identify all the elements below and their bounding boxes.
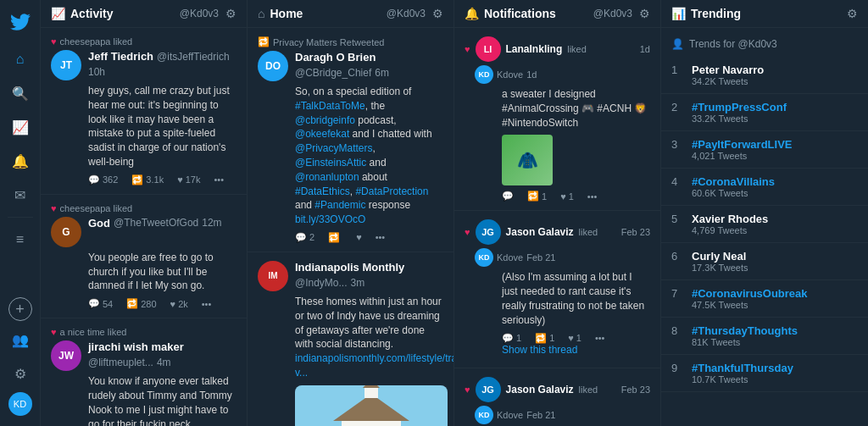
url-link-2[interactable]: indianapolismonthly.com/lifestyle/tra v.… [295,352,453,379]
notifications-column-settings-icon[interactable]: ⚙ [639,7,650,20]
notif-like-2[interactable]: ♥ 1 [568,333,581,343]
url-link-1[interactable]: bit.ly/33OVOcO [295,213,365,225]
tweet-avatar-2: G [51,217,81,247]
mention-link-5[interactable]: @ronanlupton [295,171,359,183]
mention-link-3[interactable]: @PrivacyMatters [295,142,373,154]
hashtag-link-3[interactable]: #DataProtection [355,185,428,197]
notif-like-1[interactable]: ♥ 1 [560,191,574,202]
notif-reply-2[interactable]: 💬 1 [502,333,521,344]
notif-secondary-row-3: KD Kdove Feb 21 [465,406,650,424]
like-action-2[interactable]: ♥ 2k [170,299,188,309]
more-action-2[interactable]: ••• [202,299,212,309]
sidebar-item-activity[interactable]: 📈 [5,112,36,142]
trending-column-settings-icon[interactable]: ⚙ [847,7,858,20]
tweet-actions-2: 💬 54 🔁 280 ♥ 2k ••• [88,298,236,309]
home-tweet-2[interactable]: IM Indianapolis Monthly @IndyMo... 3m Th… [248,252,453,426]
notif-reply-1[interactable]: 💬 [502,191,514,202]
activity-header-icon: 📈 [51,7,65,20]
activity-tweet-1[interactable]: ♥ cheesepapa liked JT Jeff Tiedrich @its… [41,28,247,195]
notif-avatar-1: LI [476,36,501,62]
notif-image-1: 🧥 [502,135,553,185]
home-tweet-content-2: These homes within just an hour or two o… [295,295,443,380]
notif-more-2[interactable]: ••• [595,333,605,343]
activity-column-body: ♥ cheesepapa liked JT Jeff Tiedrich @its… [41,28,247,426]
trending-rank-6: 6 [671,250,683,273]
sidebar-item-search[interactable]: 🔍 [5,78,36,108]
trending-rank-1: 1 [671,64,683,86]
trending-name-2: #TrumpPressConf [692,101,858,113]
home-tweet-header-2: IM Indianapolis Monthly @IndyMo... 3m [258,261,443,291]
tweet-author-row-3: jirachi wish maker @liftmeuplet... 4m [88,340,236,368]
notif-item-1[interactable]: ♥ LI LanaInkling liked 1d KD Kdove 1d a … [454,28,660,211]
tweet-meta-1: ♥ cheesepapa liked [51,36,236,47]
activity-column-settings-icon[interactable]: ⚙ [225,7,236,20]
tweet-meta-2: ♥ cheesepapa liked [51,203,236,213]
retweet-action-1[interactable]: 🔁 3.1k [131,174,164,185]
sidebar-item-messages[interactable]: ✉ [5,180,36,210]
trending-item-9[interactable]: 9 #ThankfulThursday 10.7K Tweets [661,355,868,392]
hashtag-link-1[interactable]: #TalkDataToMe [295,100,365,112]
trending-item-2[interactable]: 2 #TrumpPressConf 33.2K Tweets [661,94,868,131]
columns-container: 📈 Activity @Kd0v3 ⚙ ♥ cheesepapa liked J… [41,0,868,426]
activity-tweet-3[interactable]: ♥ a nice time liked JW jirachi wish make… [41,318,247,426]
trending-column-header: 📊 Trending ⚙ [661,0,868,28]
trending-item-6[interactable]: 6 Curly Neal 17.3K Tweets [661,243,868,280]
trending-item-8[interactable]: 8 #ThursdayThoughts 81K Tweets [661,318,868,355]
retweet-action-2[interactable]: 🔁 280 [126,298,156,309]
tweet-actions-1: 💬 362 🔁 3.1k ♥ 17k ••• [88,174,236,185]
trending-column-title: Trending [691,7,847,20]
notif-retweet-1[interactable]: 🔁 1 [527,191,547,202]
notif-liked-text-1: liked [567,44,587,54]
tweet-author-row-2: God @TheTweetOfGod 12m [88,217,222,230]
notifications-header-icon: 🔔 [465,7,479,20]
notif-heart-icon-1: ♥ [465,44,470,54]
sidebar-item-notifications[interactable]: 🔔 [5,146,36,176]
home-tweet-1[interactable]: 🔁 Privacy Matters Retweeted DO Daragh O … [248,28,453,252]
mention-link-2[interactable]: @okeefekat [295,128,349,140]
svg-marker-5 [363,385,380,388]
hashtag-link-4[interactable]: #Pandemic [314,199,365,211]
trending-item-7[interactable]: 7 #CoronavirusOubreak 47.5K Tweets [661,280,868,318]
tweet-avatar-1: JT [51,50,81,80]
tweet-content-3: You know if anyone ever talked rudely ab… [88,374,236,426]
mention-link-1[interactable]: @cbridgeinfo [295,114,355,126]
more-action-1[interactable]: ••• [214,174,224,185]
sidebar-item-home[interactable]: ⌂ [5,44,36,75]
reply-action-2[interactable]: 💬 54 [88,298,113,309]
home-tweet-content-1: So, on a special edition of #TalkDataToM… [295,85,443,227]
trending-item-1[interactable]: 1 Peter Navarro 34.2K Tweets [661,57,868,94]
home-retweet-1[interactable]: 🔁 [328,232,342,243]
like-action-1[interactable]: ♥ 17k [177,174,200,185]
notif-retweet-2[interactable]: 🔁 1 [535,333,554,344]
trending-item-4[interactable]: 4 #CoronaVillains 60.6K Tweets [661,169,868,206]
notifications-column-body: ♥ LI LanaInkling liked 1d KD Kdove 1d a … [454,28,660,426]
home-tweet-author-info-2: Indianapolis Monthly @IndyMo... 3m [295,261,443,289]
hashtag-link-2[interactable]: #DataEthics [295,185,350,197]
app-logo[interactable] [5,7,36,37]
reply-action-1[interactable]: 💬 362 [88,174,118,185]
sidebar-add-column[interactable]: + [8,297,32,321]
sidebar-item-lists[interactable]: ≡ [5,224,36,255]
trending-item-5[interactable]: 5 Xavier Rhodes 4,769 Tweets [661,206,868,243]
trending-item-3[interactable]: 3 #PayItForwardLIVE 4,021 Tweets [661,131,868,169]
trending-name-9: #ThankfulThursday [692,362,858,374]
activity-column-handle: @Kd0v3 [180,8,219,19]
home-column-settings-icon[interactable]: ⚙ [432,7,443,20]
retweet-meta-1: 🔁 Privacy Matters Retweeted [258,36,443,47]
heart-icon-1: ♥ [51,36,57,47]
show-thread-link[interactable]: Show this thread [502,344,650,356]
tweet-meta-3: ♥ a nice time liked [51,327,236,337]
mention-link-4[interactable]: @EinsteinsAttic [295,157,366,169]
home-like-1[interactable]: ♥ [356,232,362,242]
notif-item-3[interactable]: ♥ JG Jason Galaviz liked Feb 23 KD Kdove… [454,368,660,426]
person-icon: 👤 [671,38,684,50]
home-reply-1[interactable]: 💬 2 [295,232,314,243]
activity-tweet-2[interactable]: ♥ cheesepapa liked G God @TheTweetOfGod … [41,195,247,318]
home-more-1[interactable]: ••• [376,232,386,242]
notif-item-2[interactable]: ♥ JG Jason Galaviz liked Feb 23 KD Kdove… [454,211,660,368]
notif-avatar-3: JG [476,377,501,402]
sidebar-item-people[interactable]: 👥 [5,324,36,355]
notif-more-1[interactable]: ••• [587,191,598,202]
sidebar-item-settings[interactable]: ⚙ [5,358,36,389]
sidebar-profile-avatar[interactable]: KD [8,392,32,416]
